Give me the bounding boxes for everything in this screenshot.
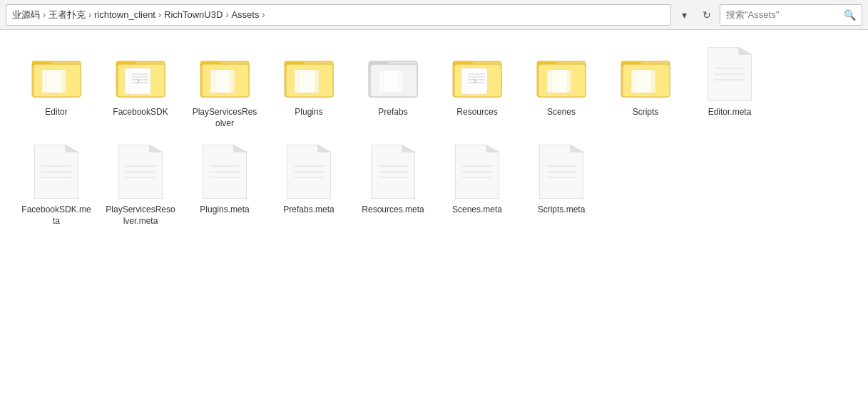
search-box[interactable]: 🔍 [720, 4, 862, 26]
folder-row: Editor › Facebo [17, 41, 851, 133]
breadcrumb-current[interactable]: Assets [231, 9, 259, 20]
file-label-scripts-meta: Scripts.meta [538, 204, 586, 216]
document-icon [449, 143, 506, 200]
svg-marker-52 [739, 47, 752, 54]
file-label-resources-meta: Resources.meta [362, 204, 424, 216]
file-prefabs-meta[interactable]: Prefabs.meta [270, 139, 348, 220]
svg-marker-72 [318, 145, 331, 152]
svg-marker-87 [571, 145, 583, 152]
svg-text:›: › [473, 74, 476, 86]
folder-icon [196, 46, 253, 103]
file-label-scenes-meta: Scenes.meta [452, 204, 502, 216]
file-label-scripts: Scripts [633, 107, 659, 118]
folder-editor[interactable]: Editor [17, 41, 96, 123]
refresh-button[interactable]: ↻ [697, 5, 717, 25]
file-label-editor-meta: Editor.meta [708, 107, 752, 118]
folder-resources[interactable]: › Resources [438, 41, 516, 123]
file-label-play-services: PlayServicesRes olver [190, 107, 260, 129]
file-label-facebook-sdk: FacebookSDK [113, 107, 168, 118]
svg-marker-57 [66, 145, 78, 152]
file-label-plugins-meta: Plugins.meta [200, 204, 249, 216]
file-label-play-services-meta: PlayServicesResolver.meta [106, 204, 175, 227]
svg-text:›: › [136, 74, 140, 86]
meta-row: FacebookSDK.meta PlayServicesResolver.me… [17, 139, 851, 231]
breadcrumb-source[interactable]: 业源码 [12, 9, 40, 21]
folder-icon [617, 46, 674, 103]
file-label-editor: Editor [45, 107, 67, 118]
breadcrumb-client[interactable]: richtown_client [94, 9, 155, 20]
file-label-resources: Resources [456, 107, 497, 118]
file-scenes-meta[interactable]: Scenes.meta [438, 139, 516, 220]
file-scripts-meta[interactable]: Scripts.meta [522, 139, 601, 220]
document-icon [196, 143, 253, 200]
folder-facebook-sdk[interactable]: › FacebookSDK [101, 41, 180, 123]
file-facebook-sdk-meta[interactable]: FacebookSDK.meta [17, 139, 96, 231]
folder-icon [533, 46, 590, 103]
file-play-services-meta[interactable]: PlayServicesResolver.meta [101, 139, 180, 231]
svg-rect-25 [299, 70, 319, 93]
file-plugins-meta[interactable]: Plugins.meta [185, 139, 264, 220]
file-editor-meta[interactable]: Editor.meta [690, 41, 769, 123]
folder-prefabs[interactable]: Prefabs [354, 41, 432, 123]
svg-rect-20 [215, 70, 235, 93]
document-icon [533, 143, 590, 200]
address-bar: 业源码 › 王者扑克 › richtown_client › RichTownU… [0, 0, 868, 30]
svg-rect-30 [383, 70, 403, 93]
svg-rect-45 [551, 70, 571, 93]
dropdown-button[interactable]: ▾ [674, 5, 694, 25]
document-icon [364, 143, 422, 200]
file-resources-meta[interactable]: Resources.meta [354, 139, 432, 220]
svg-marker-62 [150, 145, 163, 152]
document-icon [280, 143, 337, 200]
folder-icon: › [112, 46, 169, 103]
breadcrumb-u3d[interactable]: RichTownU3D [164, 9, 223, 20]
file-label-prefabs-meta: Prefabs.meta [283, 204, 334, 216]
file-label-facebook-meta: FacebookSDK.meta [21, 204, 91, 227]
breadcrumb-project[interactable]: 王者扑克 [48, 9, 86, 21]
svg-rect-50 [635, 70, 655, 93]
file-label-plugins: Plugins [295, 107, 322, 118]
folder-icon: › [449, 46, 506, 103]
svg-marker-77 [402, 145, 415, 152]
search-icon[interactable]: 🔍 [844, 9, 856, 21]
folder-icon [364, 46, 422, 103]
folder-scenes[interactable]: Scenes [522, 41, 601, 123]
document-icon [28, 143, 85, 200]
file-label-prefabs: Prefabs [378, 107, 407, 118]
folder-scripts[interactable]: Scripts [606, 41, 685, 123]
document-icon [112, 143, 169, 200]
svg-rect-5 [46, 70, 66, 93]
file-label-scenes: Scenes [547, 107, 576, 118]
svg-marker-67 [234, 145, 247, 152]
search-input[interactable] [726, 9, 841, 20]
folder-icon [280, 46, 337, 103]
folder-icon [28, 46, 85, 103]
breadcrumb-area[interactable]: 业源码 › 王者扑克 › richtown_client › RichTownU… [6, 4, 671, 26]
file-area: Editor › Facebo [0, 30, 868, 409]
folder-plugins[interactable]: Plugins [270, 41, 348, 123]
document-icon [701, 46, 758, 103]
folder-play-services-resolver[interactable]: PlayServicesRes olver [185, 41, 264, 133]
svg-marker-82 [486, 145, 499, 152]
